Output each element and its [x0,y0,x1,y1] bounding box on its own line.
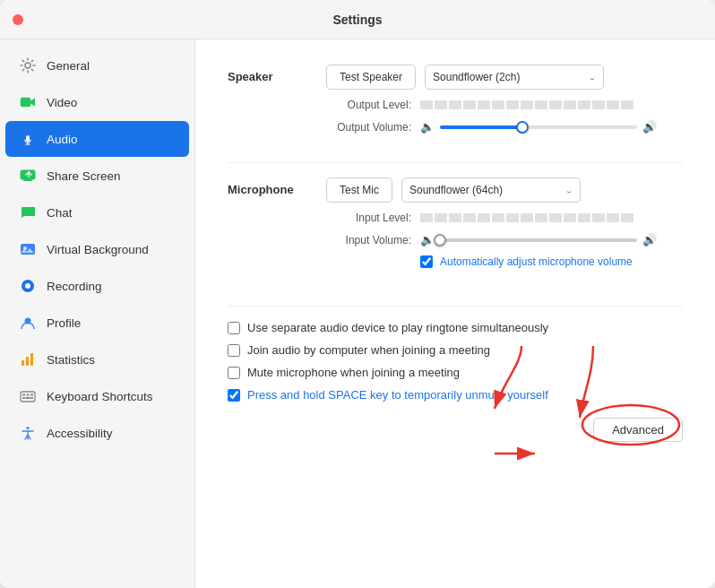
audio-icon [18,129,38,149]
sidebar-item-share-screen[interactable]: Share Screen [5,158,189,194]
svg-rect-18 [27,394,30,396]
sidebar-label-virtual-background: Virtual Background [47,243,149,256]
output-volume-label: Output Volume: [326,121,411,134]
output-level-row: Output Level: [326,99,683,111]
sidebar-label-profile: Profile [47,316,81,330]
auto-adjust-text: Automatically adjust microphone volume [440,255,633,268]
separate-audio-text: Use separate audio device to play ringto… [247,321,548,334]
mute-mic-checkbox[interactable] [228,367,240,379]
mute-mic-row[interactable]: Mute microphone when joining a meeting [228,366,683,379]
sidebar-item-keyboard-shortcuts[interactable]: Keyboard Shortcuts [5,378,189,414]
advanced-button[interactable]: Advanced [593,418,683,442]
sidebar-label-accessibility: Accessibility [47,427,113,440]
svg-rect-19 [30,394,33,396]
sidebar-label-share-screen: Share Screen [47,169,121,183]
svg-rect-21 [26,397,30,399]
svg-point-0 [25,63,30,68]
sidebar-item-profile[interactable]: Profile [5,305,189,341]
speaker-label: Speaker [228,65,326,83]
separate-audio-row[interactable]: Use separate audio device to play ringto… [228,321,683,334]
sidebar-item-chat[interactable]: Chat [5,195,189,230]
level-seg-5 [478,100,490,109]
svg-rect-6 [23,179,32,181]
in-seg-9 [535,213,547,222]
in-seg-8 [521,213,533,222]
in-seg-6 [492,213,504,222]
svg-rect-8 [21,244,35,255]
mic-volume-low-icon: 🔈 [420,233,435,246]
input-volume-slider-row: 🔈 🔊 [420,233,657,246]
output-level-bar [420,100,633,109]
in-seg-14 [607,213,619,222]
sidebar-item-accessibility[interactable]: Accessibility [5,415,189,451]
join-audio-checkbox[interactable] [228,344,240,357]
mic-dropdown-wrapper: Soundflower (64ch) [401,177,581,203]
test-speaker-button[interactable]: Test Speaker [326,65,416,90]
svg-rect-1 [21,98,30,107]
level-seg-13 [592,100,605,109]
level-seg-8 [521,100,533,109]
in-seg-13 [592,213,605,222]
sidebar-item-video[interactable]: Video [5,84,189,120]
advanced-button-wrapper: Advanced [593,418,683,442]
sidebar-item-general[interactable]: General [5,48,189,83]
auto-adjust-label[interactable]: Automatically adjust microphone volume [420,255,633,268]
input-volume-thumb[interactable] [434,234,446,246]
separate-audio-checkbox[interactable] [228,322,240,334]
video-icon [18,92,38,112]
sidebar-label-keyboard-shortcuts: Keyboard Shortcuts [47,390,153,403]
level-seg-7 [506,100,519,109]
section-divider-1 [228,162,683,163]
in-seg-2 [435,213,447,222]
accessibility-icon [18,423,38,443]
sidebar-item-recording[interactable]: Recording [5,268,189,304]
sidebar-label-audio: Audio [47,133,78,146]
sidebar-label-statistics: Statistics [47,353,95,367]
press-hold-checkbox[interactable] [228,389,240,402]
recording-icon [18,276,38,296]
speaker-dropdown-wrapper: Soundflower (2ch) [425,65,604,90]
microphone-section: Microphone Test Mic Soundflower (64ch) I… [228,177,683,286]
speaker-section: Speaker Test Speaker Soundflower (2ch) O… [228,65,683,143]
level-seg-10 [549,100,562,109]
in-seg-1 [420,213,433,222]
mute-mic-text: Mute microphone when joining a meeting [247,366,460,379]
in-seg-7 [506,213,519,222]
speaker-dropdown[interactable]: Soundflower (2ch) [425,65,604,90]
sidebar-item-virtual-background[interactable]: Virtual Background [5,231,189,267]
microphone-controls: Test Mic Soundflower (64ch) Input Level: [326,177,683,286]
auto-adjust-checkbox[interactable] [420,255,433,268]
speaker-controls: Test Speaker Soundflower (2ch) Output Le… [326,65,683,143]
level-seg-11 [564,100,576,109]
input-volume-track[interactable] [440,238,637,242]
output-volume-track[interactable] [440,125,637,129]
in-seg-3 [449,213,461,222]
svg-rect-16 [21,392,35,402]
level-seg-2 [435,100,447,109]
chat-icon [18,203,38,222]
test-mic-button[interactable]: Test Mic [326,177,392,203]
join-audio-row[interactable]: Join audio by computer when joining a me… [228,343,683,357]
close-button[interactable] [13,14,23,25]
svg-rect-17 [22,394,25,396]
level-seg-14 [607,100,619,109]
input-level-row: Input Level: [326,212,683,224]
level-seg-3 [449,100,461,109]
input-volume-row: Input Volume: 🔈 🔊 [326,233,683,246]
output-volume-thumb[interactable] [516,121,529,134]
level-seg-9 [535,100,547,109]
sidebar-label-video: Video [47,96,77,109]
svg-rect-13 [22,360,24,366]
press-hold-row[interactable]: Press and hold SPACE key to temporarily … [228,388,683,402]
svg-rect-15 [30,353,33,366]
output-volume-slider-row: 🔈 🔊 [420,120,657,134]
input-level-bar [420,213,633,222]
sidebar-item-statistics[interactable]: Statistics [5,342,189,377]
level-seg-1 [420,100,433,109]
main-content: Speaker Test Speaker Soundflower (2ch) O… [195,39,715,588]
sidebar: General Video [0,39,195,588]
svg-point-23 [27,427,30,429]
mic-dropdown[interactable]: Soundflower (64ch) [401,177,581,203]
section-divider-2 [228,306,683,307]
sidebar-item-audio[interactable]: Audio [5,121,189,157]
